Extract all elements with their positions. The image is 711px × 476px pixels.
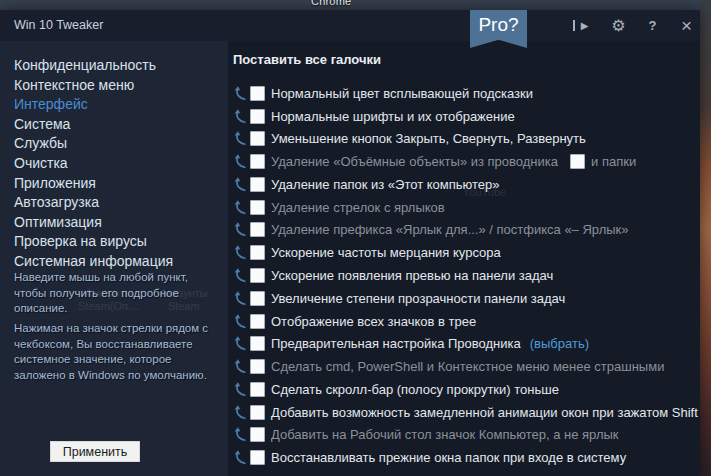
restore-default-arrow-icon[interactable] — [233, 427, 247, 442]
tweak-label: Отображение всех значков в трее — [271, 314, 476, 329]
checkbox[interactable] — [250, 427, 265, 442]
tweak-label: Восстанавливать прежние окна папок при в… — [271, 450, 626, 465]
checkbox[interactable] — [250, 86, 265, 101]
checkbox[interactable] — [250, 382, 265, 397]
tweak-row: Восстанавливать прежние окна папок при в… — [233, 446, 696, 469]
sidebar-item-10[interactable]: Системная информация — [0, 252, 228, 272]
restore-default-arrow-icon[interactable] — [233, 177, 247, 192]
tweak-label: Сделать скролл-бар (полосу прокрутки) то… — [271, 382, 559, 397]
restore-default-arrow-icon[interactable] — [233, 154, 247, 169]
restore-default-arrow-icon[interactable] — [233, 86, 247, 101]
tweak-list: Нормальный цвет всплывающей подсказки Но… — [233, 82, 696, 469]
tweak-row: Удаление префикса «Ярлык для...» / постф… — [233, 219, 696, 242]
checkbox-extra[interactable] — [570, 154, 585, 169]
sidebar-item-6[interactable]: Приложения — [0, 174, 228, 194]
tweak-row: Нормальные шрифты и их отображение — [233, 105, 696, 128]
check-all-heading[interactable]: Поставить все галочки — [233, 52, 381, 67]
sidebar-item-7[interactable]: Автозагрузка — [0, 193, 228, 213]
tweak-label: Удаление префикса «Ярлык для...» / постф… — [271, 222, 628, 237]
apply-button[interactable]: Применить — [50, 441, 140, 462]
tweak-row: Удаление папок из «Этот компьютер» — [233, 173, 696, 196]
tweak-row: Предварительная настройка Проводника (вы… — [233, 332, 696, 355]
restore-default-arrow-icon[interactable] — [233, 359, 247, 374]
checkbox[interactable] — [250, 314, 265, 329]
restore-default-arrow-icon[interactable] — [233, 222, 247, 237]
checkbox[interactable] — [250, 131, 265, 146]
tweak-row: Удаление стрелок с ярлыков — [233, 196, 696, 219]
run-tweaks-icon[interactable]: ▶ — [573, 20, 592, 31]
checkbox[interactable] — [250, 177, 265, 192]
sidebar-item-1[interactable]: Контекстное меню — [0, 76, 228, 96]
tweak-label: Предварительная настройка Проводника — [271, 336, 521, 351]
restore-default-arrow-icon[interactable] — [233, 450, 247, 465]
tweak-label: Ускорение появления превью на панели зад… — [271, 268, 553, 283]
checkbox[interactable] — [250, 109, 265, 124]
checkbox[interactable] — [250, 245, 265, 260]
restore-default-arrow-icon[interactable] — [233, 336, 247, 351]
tweak-row: Добавить возможность замедленной анимаци… — [233, 401, 696, 424]
restore-default-arrow-icon[interactable] — [233, 131, 247, 146]
win10tweaker-window: Win 10 Tweaker Pro? ▶ ⚙ ? × Конфиденциал… — [0, 10, 700, 476]
checkbox[interactable] — [250, 291, 265, 306]
sidebar-item-8[interactable]: Оптимизация — [0, 213, 228, 233]
desktop-icon-label-chrome[interactable]: Chrome — [311, 0, 351, 7]
checkbox[interactable] — [250, 359, 265, 374]
restore-default-arrow-icon[interactable] — [233, 109, 247, 124]
wallpaper-right-strip — [700, 0, 711, 476]
checkbox[interactable] — [250, 268, 265, 283]
restore-default-arrow-icon[interactable] — [233, 268, 247, 283]
tweak-row: Отображение всех значков в трее — [233, 310, 696, 333]
restore-default-arrow-icon[interactable] — [233, 245, 247, 260]
tweak-label: Нормальный цвет всплывающей подсказки — [271, 86, 533, 101]
tweak-row: Сделать скролл-бар (полосу прокрутки) то… — [233, 378, 696, 401]
help-icon[interactable]: ? — [645, 18, 660, 33]
restore-default-arrow-icon[interactable] — [233, 314, 247, 329]
tweak-row: Добавить на Рабочий стол значок Компьюте… — [233, 423, 696, 446]
sidebar-item-2[interactable]: Интерфейс — [0, 95, 228, 115]
sidebar-item-9[interactable]: Проверка на вирусы — [0, 232, 228, 252]
checkbox[interactable] — [250, 405, 265, 420]
restore-default-arrow-icon[interactable] — [233, 200, 247, 215]
tweak-row: Увеличение степени прозрачности панели з… — [233, 287, 696, 310]
tweak-label: Удаление «Объёмные объекты» из проводник… — [271, 154, 558, 169]
tweak-label: Сделать cmd, PowerShell и Контекстное ме… — [271, 359, 664, 374]
settings-gear-icon[interactable]: ⚙ — [611, 16, 626, 35]
tweak-row: Нормальный цвет всплывающей подсказки — [233, 82, 696, 105]
checkbox[interactable] — [250, 222, 265, 237]
tweak-extra-label: и папки — [591, 154, 636, 169]
tweak-row: Ускорение появления превью на панели зад… — [233, 264, 696, 287]
tweak-row: Сделать cmd, PowerShell и Контекстное ме… — [233, 355, 696, 378]
window-title: Win 10 Tweaker — [14, 10, 103, 41]
tweak-label: Добавить возможность замедленной анимаци… — [271, 405, 698, 420]
tweak-label: Добавить на Рабочий стол значок Компьюте… — [271, 427, 619, 442]
tweak-row: Удаление «Объёмные объекты» из проводник… — [233, 150, 696, 173]
choose-link[interactable]: (выбрать) — [530, 336, 589, 351]
restore-default-arrow-icon[interactable] — [233, 291, 247, 306]
checkbox[interactable] — [250, 200, 265, 215]
sidebar: КонфиденциальностьКонтекстное менюИнтерф… — [0, 41, 228, 476]
sidebar-item-0[interactable]: Конфиденциальность — [0, 56, 228, 76]
main-panel: Поставить все галочки Нормальный цвет вс… — [228, 41, 700, 476]
tweak-label: Ускорение частоты мерцания курсора — [271, 245, 501, 260]
titlebar-icons: ▶ ⚙ ? × — [539, 10, 694, 41]
tweak-label: Удаление папок из «Этот компьютер» — [271, 177, 500, 192]
checkbox[interactable] — [250, 450, 265, 465]
checkbox[interactable] — [250, 154, 265, 169]
sidebar-item-4[interactable]: Службы — [0, 134, 228, 154]
tweak-label: Увеличение степени прозрачности панели з… — [271, 291, 565, 306]
restore-default-arrow-icon[interactable] — [233, 382, 247, 397]
tweak-label: Удаление стрелок с ярлыков — [271, 200, 445, 215]
sidebar-item-5[interactable]: Очистка — [0, 154, 228, 174]
sidebar-menu: КонфиденциальностьКонтекстное менюИнтерф… — [0, 56, 228, 272]
sidebar-hint-restore: Нажимая на значок стрелки рядом с чекбок… — [14, 321, 214, 383]
sidebar-hint-hover: Наведите мышь на любой пункт, чтобы полу… — [14, 270, 214, 317]
sidebar-item-3[interactable]: Система — [0, 115, 228, 135]
tweak-row: Ускорение частоты мерцания курсора — [233, 241, 696, 264]
tweak-row: Уменьшение кнопок Закрыть, Свернуть, Раз… — [233, 128, 696, 151]
restore-default-arrow-icon[interactable] — [233, 405, 247, 420]
tweak-label: Уменьшение кнопок Закрыть, Свернуть, Раз… — [271, 131, 586, 146]
checkbox[interactable] — [250, 336, 265, 351]
tweak-label: Нормальные шрифты и их отображение — [271, 109, 515, 124]
close-icon[interactable]: × — [679, 18, 694, 33]
